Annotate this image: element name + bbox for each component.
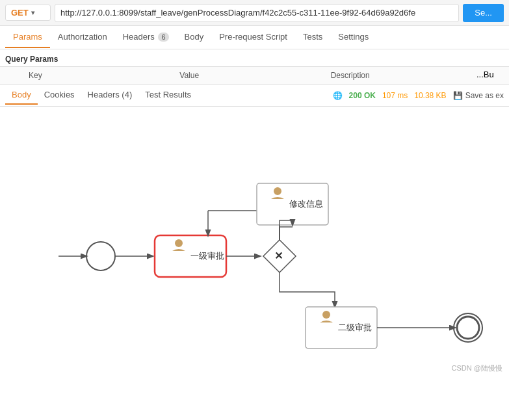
resp-tab-headers[interactable]: Headers (4): [81, 86, 139, 105]
chevron-down-icon: ▾: [31, 9, 34, 16]
svg-point-3: [175, 239, 183, 247]
table-header: Key Value Description ...Bu: [0, 66, 509, 85]
watermark: CSDN @陆慢慢: [452, 363, 502, 373]
globe-icon: 🌐: [333, 91, 343, 100]
svg-text:二级审批: 二级审批: [338, 322, 372, 332]
tab-authorization[interactable]: Authorization: [50, 27, 115, 48]
svg-point-19: [322, 311, 330, 319]
svg-text:✕: ✕: [274, 250, 283, 261]
status-ok: 200 OK: [349, 91, 376, 100]
response-tabs: Body Cookies Headers (4) Test Results 🌐 …: [0, 85, 509, 107]
tab-tests[interactable]: Tests: [295, 27, 330, 48]
status-time: 107 ms: [382, 91, 408, 100]
svg-point-0: [86, 242, 115, 270]
send-button[interactable]: Se...: [463, 4, 504, 22]
save-as-button[interactable]: 💾 Save as ex: [453, 91, 504, 100]
tab-body[interactable]: Body: [177, 27, 212, 48]
resp-tab-body[interactable]: Body: [5, 86, 38, 105]
response-status: 🌐 200 OK 107 ms 10.38 KB 💾 Save as ex: [333, 91, 504, 100]
th-key: Key: [23, 70, 174, 81]
method-select[interactable]: GET ▾: [5, 5, 51, 21]
request-tabs: Params Authorization Headers 6 Body Pre-…: [0, 26, 509, 49]
tab-settings[interactable]: Settings: [330, 27, 376, 48]
tab-headers[interactable]: Headers 6: [115, 27, 177, 48]
tab-pre-request-script[interactable]: Pre-request Script: [211, 27, 295, 48]
status-size: 10.38 KB: [414, 91, 446, 100]
diagram-area: 一级审批 ✕ 修改信息: [0, 107, 509, 380]
svg-point-13: [274, 187, 281, 195]
svg-point-22: [454, 313, 482, 342]
method-label: GET: [11, 8, 29, 18]
th-actions: ...Bu: [476, 70, 509, 81]
svg-text:修改信息: 修改信息: [289, 199, 323, 209]
url-input[interactable]: [55, 4, 459, 22]
headers-badge: 6: [158, 33, 168, 42]
save-as-label: Save as ex: [465, 91, 504, 100]
resp-tab-cookies[interactable]: Cookies: [38, 86, 81, 105]
tab-params[interactable]: Params: [5, 27, 50, 48]
query-params-header: Query Params: [0, 49, 509, 66]
th-description: Description: [326, 70, 476, 81]
svg-text:一级审批: 一级审批: [190, 251, 224, 261]
process-diagram: 一级审批 ✕ 修改信息: [0, 107, 509, 380]
resp-tab-test-results[interactable]: Test Results: [138, 86, 198, 105]
save-icon: 💾: [453, 91, 463, 100]
svg-point-23: [457, 317, 479, 339]
url-bar: GET ▾ Se...: [0, 0, 509, 26]
th-value: Value: [174, 70, 325, 81]
th-checkbox: [0, 70, 23, 81]
